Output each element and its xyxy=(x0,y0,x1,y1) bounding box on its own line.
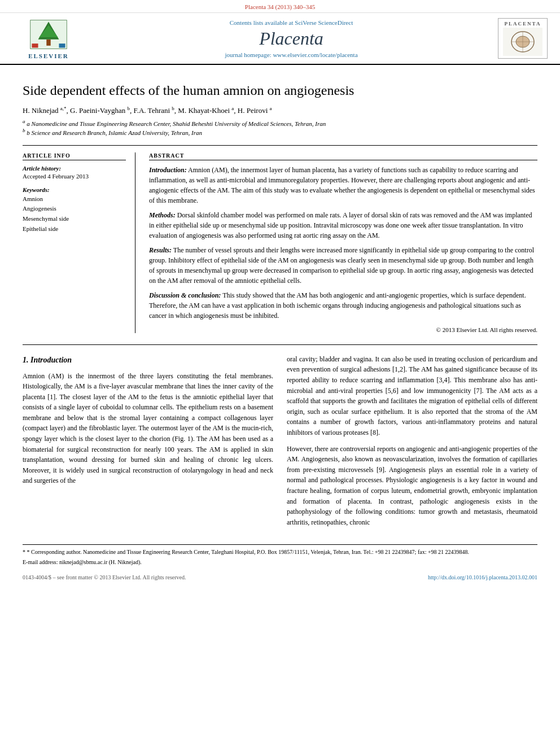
copyright-line: © 2013 Elsevier Ltd. All rights reserved… xyxy=(149,326,537,333)
journal-header: ELSEVIER Contents lists available at Sci… xyxy=(0,13,560,65)
sciverse-line: Contents lists available at SciVerse Sci… xyxy=(94,19,489,26)
body-section: 1. Introduction Amnion (AM) is the inner… xyxy=(23,344,537,534)
citation-bar: Placenta 34 (2013) 340–345 xyxy=(0,0,560,13)
abstract-methods: Methods: Dorsal skinfold chamber model w… xyxy=(149,210,537,241)
journal-header-center: Contents lists available at SciVerse Sci… xyxy=(94,19,489,58)
authors-text: H. Niknejad a,*, G. Paeini-Vayghan b, F.… xyxy=(23,106,272,115)
footnote-email: E-mail address: niknejad@sbmu.ac.ir (H. … xyxy=(23,558,537,566)
doi-link[interactable]: http://dx.doi.org/10.1016/j.placenta.201… xyxy=(428,574,537,580)
discussion-label: Discussion & conclusion: xyxy=(149,291,221,299)
placenta-logo-box: PLACENTA xyxy=(498,18,548,59)
sciverse-link[interactable]: SciVerse ScienceDirect xyxy=(295,19,353,26)
affiliation-b: b b Science and Research Branch, Islamic… xyxy=(23,128,537,136)
journal-title: Placenta xyxy=(94,28,489,49)
section1-title: Introduction xyxy=(30,356,72,364)
body-col-left: 1. Introduction Amnion (AM) is the inner… xyxy=(23,354,273,534)
footnote-star-icon: * xyxy=(23,549,25,555)
article-info-abstract: ARTICLE INFO Article history: Accepted 4… xyxy=(23,145,537,333)
keywords-section: Keywords: Amnion Angiogenesis Mesenchyma… xyxy=(23,186,126,234)
placenta-logo-section: PLACENTA xyxy=(495,18,551,59)
homepage-prefix: journal homepage: xyxy=(225,51,273,58)
elsevier-tree-icon xyxy=(26,18,71,51)
intro-label: Introduction: xyxy=(149,166,187,174)
history-label: Article history: xyxy=(23,165,126,172)
elsevier-logo: ELSEVIER xyxy=(9,18,88,59)
accepted-date: Accepted 4 February 2013 xyxy=(23,173,126,180)
footnote-star-text: * Corresponding author. Nanomedicine and… xyxy=(27,549,470,555)
elsevier-logo-section: ELSEVIER xyxy=(9,18,88,59)
footnote-email-text: E-mail address: niknejad@sbmu.ac.ir (H. … xyxy=(23,559,142,565)
elsevier-wordmark: ELSEVIER xyxy=(28,53,69,59)
svg-rect-1 xyxy=(46,40,50,46)
keyword-mesenchymal: Mesenchymal side xyxy=(23,214,126,224)
abstract-text: Introduction: Amnion (AM), the innermost… xyxy=(149,165,537,321)
methods-label: Methods: xyxy=(149,211,176,219)
body-col1-para1: Amnion (AM) is the innermost of the thre… xyxy=(23,371,273,487)
abstract-column: ABSTRACT Introduction: Amnion (AM), the … xyxy=(149,152,537,333)
keywords-label: Keywords: xyxy=(23,186,126,193)
journal-homepage: journal homepage: www.elsevier.com/locat… xyxy=(94,51,489,58)
results-label: Results: xyxy=(149,246,172,254)
results-text: The number of vessel sprouts and their l… xyxy=(149,246,534,285)
affiliation-a: a a Nanomedicine and Tissue Engineering … xyxy=(23,119,537,127)
section1-number: 1. xyxy=(23,356,29,364)
homepage-link[interactable]: www.elsevier.com/locate/placenta xyxy=(273,51,357,58)
svg-rect-5 xyxy=(59,43,65,47)
placenta-logo-image xyxy=(503,28,542,56)
body-col2-para1: oral cavity; bladder and vagina. It can … xyxy=(287,354,537,438)
body-col2-para2: However, there are controversial reports… xyxy=(287,444,537,528)
footer-bottom: 0143-4004/$ – see front matter © 2013 El… xyxy=(23,574,537,580)
abstract-intro: Introduction: Amnion (AM), the innermost… xyxy=(149,165,537,206)
main-content: Side dependent effects of the human amni… xyxy=(0,65,560,592)
body-two-columns: 1. Introduction Amnion (AM) is the inner… xyxy=(23,354,537,534)
keyword-amnion: Amnion xyxy=(23,194,126,204)
methods-text: Dorsal skinfold chamber model was perfor… xyxy=(149,211,532,239)
citation-text: Placenta 34 (2013) 340–345 xyxy=(245,3,315,10)
issn-text: 0143-4004/$ – see front matter © 2013 El… xyxy=(23,574,186,580)
sciverse-prefix: Contents lists available at xyxy=(230,19,295,26)
abstract-results: Results: The number of vessel sprouts an… xyxy=(149,245,537,286)
keyword-epithelial: Epithelial side xyxy=(23,224,126,234)
keyword-angiogenesis: Angiogenesis xyxy=(23,204,126,214)
article-info-label: ARTICLE INFO xyxy=(23,152,126,160)
section1-heading: 1. Introduction xyxy=(23,354,273,366)
abstract-discussion: Discussion & conclusion: This study show… xyxy=(149,290,537,321)
abstract-label: ABSTRACT xyxy=(149,152,537,160)
body-col-right: oral cavity; bladder and vagina. It can … xyxy=(287,354,537,534)
authors-line: H. Niknejad a,*, G. Paeini-Vayghan b, F.… xyxy=(23,105,537,115)
intro-text: Amnion (AM), the innermost layer of huma… xyxy=(149,166,535,204)
article-title: Side dependent effects of the human amni… xyxy=(23,82,537,99)
footer-section: * * Corresponding author. Nanomedicine a… xyxy=(23,544,537,580)
footnote-star: * * Corresponding author. Nanomedicine a… xyxy=(23,548,537,556)
svg-rect-4 xyxy=(32,43,38,47)
placenta-logo-title: PLACENTA xyxy=(503,21,542,27)
article-info-column: ARTICLE INFO Article history: Accepted 4… xyxy=(23,152,135,333)
